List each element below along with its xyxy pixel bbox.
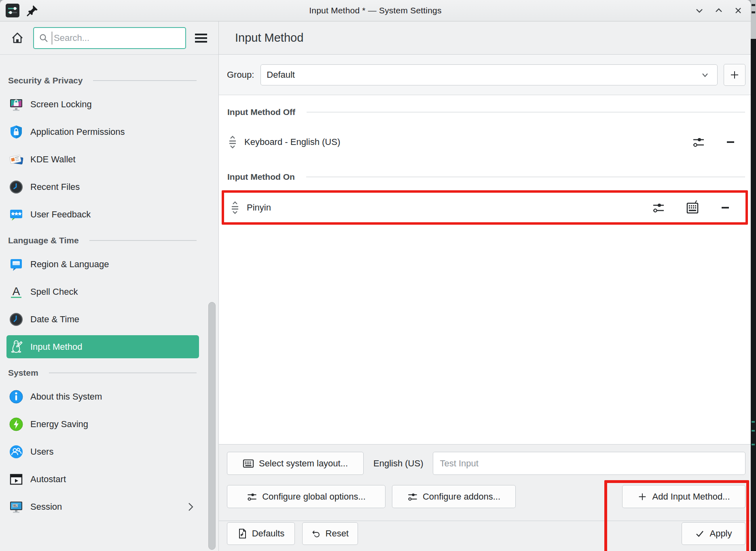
sidebar-item-label: Input Method <box>30 342 82 352</box>
app-icon[interactable] <box>6 4 19 17</box>
spell-check-icon: A <box>9 285 23 299</box>
defaults-button[interactable]: Defaults <box>227 522 295 545</box>
screen-locking-icon <box>9 97 23 112</box>
sidebar-item-screen-locking[interactable]: Screen Locking <box>6 93 199 116</box>
search-box[interactable] <box>33 27 186 49</box>
input-method-icon <box>9 340 23 354</box>
home-button[interactable] <box>11 31 24 45</box>
configure-icon[interactable] <box>692 136 705 149</box>
system-settings-window: Input Method * — System Settings <box>0 0 751 551</box>
section-header-language: Language & Time <box>6 235 199 246</box>
sidebar-item-label: Spell Check <box>30 287 78 297</box>
apply-button[interactable]: Apply <box>682 522 745 545</box>
footer-separator <box>219 521 751 521</box>
reset-button[interactable]: Reset <box>302 522 358 545</box>
sidebar-item-kde-wallet[interactable]: KDE Wallet <box>6 148 199 171</box>
session-icon <box>9 500 23 514</box>
section-rule <box>307 112 745 113</box>
plus-icon <box>637 492 647 502</box>
chevron-down-icon <box>700 70 710 80</box>
test-input-field[interactable] <box>433 452 745 475</box>
page-title: Input Method <box>235 31 303 45</box>
sidebar-item-label: Energy Saving <box>30 419 88 430</box>
svg-text:A: A <box>13 285 20 298</box>
window-title: Input Method * — System Settings <box>0 6 751 15</box>
defaults-icon <box>237 528 247 539</box>
row-pinyin[interactable]: Pinyin <box>222 190 748 225</box>
sidebar-scrollbar[interactable] <box>208 302 216 550</box>
background-terminal-text <box>752 421 755 423</box>
drag-handle-icon[interactable] <box>227 135 238 149</box>
sidebar-item-about-this-system[interactable]: About this System <box>6 385 199 408</box>
configure-global-options-button[interactable]: Configure global options... <box>227 485 385 508</box>
content-header: Input Method <box>219 21 751 55</box>
application-permissions-icon <box>9 125 23 139</box>
plus-icon <box>729 70 740 80</box>
current-layout-label: English (US) <box>373 458 423 469</box>
sidebar-item-session[interactable]: Session <box>6 495 199 518</box>
maximize-button[interactable] <box>713 4 725 17</box>
section-rule <box>89 240 197 241</box>
close-button[interactable] <box>732 4 744 17</box>
titlebar[interactable]: Input Method * — System Settings <box>0 0 751 21</box>
sidebar-item-label: Screen Locking <box>30 99 92 110</box>
sidebar-item-label: Region & Language <box>30 259 109 270</box>
add-input-method-button[interactable]: Add Input Method... <box>622 485 745 508</box>
sidebar-item-label: Date & Time <box>30 314 79 325</box>
sidebar-item-region-language[interactable]: Region & Language <box>6 253 199 276</box>
background-dash <box>752 11 755 13</box>
keyboard-icon <box>243 459 254 468</box>
background-dash <box>752 4 755 6</box>
sidebar-item-label: Session <box>30 502 62 512</box>
button-label: Select system layout... <box>259 458 348 469</box>
sidebar-item-label: Recent Files <box>30 182 80 192</box>
user-feedback-icon <box>9 207 23 222</box>
footer-panel: Select system layout... English (US) <box>219 444 751 551</box>
section-title: Input Method Off <box>227 107 295 117</box>
search-input[interactable] <box>52 32 180 45</box>
section-label: Language & Time <box>6 236 79 245</box>
sidebar-item-users[interactable]: Users <box>6 440 199 463</box>
background-terminal-text <box>752 430 755 432</box>
section-title: Input Method On <box>227 172 295 182</box>
kde-wallet-icon <box>9 152 23 167</box>
sidebar: Security & Privacy <box>0 21 219 551</box>
select-system-layout-button[interactable]: Select system layout... <box>227 452 364 475</box>
section-input-method-off: Input Method Off <box>219 101 751 123</box>
section-header-security: Security & Privacy <box>6 75 199 86</box>
configure-addons-button[interactable]: Configure addons... <box>392 485 516 508</box>
sidebar-item-label: User Feedback <box>30 209 91 220</box>
sidebar-item-label: Application Permissions <box>30 127 125 137</box>
row-keyboard-english-us[interactable]: Keyboard - English (US) <box>219 123 751 161</box>
section-rule <box>306 177 745 177</box>
chevron-right-icon <box>186 502 195 512</box>
section-rule <box>49 372 197 373</box>
sliders-icon <box>247 491 257 502</box>
sidebar-item-energy-saving[interactable]: Energy Saving <box>6 413 199 436</box>
add-group-button[interactable] <box>724 64 745 86</box>
button-label: Reset <box>326 528 349 539</box>
sidebar-item-spell-check[interactable]: A Spell Check <box>6 280 199 303</box>
configure-icon[interactable] <box>652 201 665 214</box>
sidebar-item-recent-files[interactable]: Recent Files <box>6 175 199 198</box>
sidebar-item-label: KDE Wallet <box>30 154 76 165</box>
settings-sliders-icon <box>6 4 19 17</box>
sidebar-item-input-method[interactable]: Input Method <box>6 335 199 358</box>
region-language-icon <box>9 257 23 272</box>
sidebar-item-user-feedback[interactable]: User Feedback <box>6 203 199 226</box>
remove-icon[interactable] <box>720 201 730 214</box>
sidebar-item-autostart[interactable]: Autostart <box>6 468 199 491</box>
pin-icon[interactable] <box>27 4 39 17</box>
keyboard-layout-icon[interactable] <box>686 200 699 216</box>
minimize-button[interactable] <box>693 4 705 17</box>
sidebar-item-label: Users <box>30 447 53 457</box>
sidebar-item-date-time[interactable]: Date & Time <box>6 308 199 331</box>
menu-button[interactable] <box>194 32 208 44</box>
section-label: System <box>6 368 38 378</box>
group-row: Group: Default <box>219 55 751 95</box>
group-combobox[interactable]: Default <box>260 64 718 85</box>
drag-handle-icon[interactable] <box>230 201 240 215</box>
sidebar-item-application-permissions[interactable]: Application Permissions <box>6 120 199 143</box>
remove-icon[interactable] <box>726 136 735 149</box>
sidebar-toolbar <box>0 21 218 55</box>
